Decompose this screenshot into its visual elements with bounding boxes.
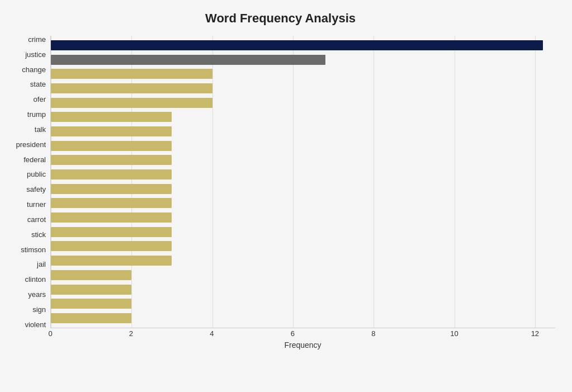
bar-row [51,284,555,295]
bar [51,55,325,65]
x-tick: 4 [210,329,214,338]
y-label: president [6,141,46,148]
bar [51,126,172,136]
x-axis-label: Frequency [50,341,555,350]
x-tick: 6 [291,329,295,338]
y-label: turner [6,201,46,208]
bar-row [51,111,555,122]
bar [51,98,212,108]
x-tick: 8 [371,329,375,338]
bar-row [51,40,555,51]
bar-row [51,126,555,137]
y-label: ofer [6,96,46,103]
bar [51,285,131,295]
bar [51,155,172,165]
bars-container [51,36,555,328]
x-axis: 024681012 Frequency [50,328,555,350]
bar [51,212,172,223]
bar-row [51,240,555,252]
bar-row [51,226,555,238]
bar [51,169,172,180]
y-label: federal [6,156,46,163]
bar [51,198,172,208]
y-label: talk [6,126,46,133]
bar-row [51,154,555,166]
y-label: stick [6,231,46,238]
y-label: years [6,291,46,298]
chart-area: crimejusticechangestateofertrumptalkpres… [6,36,555,350]
y-label: state [6,81,46,88]
x-tick: 10 [450,329,458,338]
x-ticks: 024681012 [50,328,555,338]
bar [51,184,172,194]
bar [51,313,131,323]
bar [51,40,543,50]
chart-container: Word Frequency Analysis crimejusticechan… [0,0,572,392]
y-label: jail [6,261,46,268]
y-label: trump [6,111,46,118]
bars-section [50,36,555,328]
y-label: stimson [6,246,46,253]
chart-title: Word Frequency Analysis [6,11,555,26]
y-label: clinton [6,276,46,283]
bar-row [51,97,555,108]
y-label: change [6,66,46,73]
bar [51,141,172,151]
plot-area: 024681012 Frequency [50,36,555,350]
bar [51,83,212,93]
bar-row [51,197,555,209]
bar [51,299,131,309]
y-label: crime [6,36,46,43]
bar-row [51,169,555,180]
bar-row [51,298,555,309]
bar-row [51,68,555,79]
x-tick: 12 [531,329,539,338]
bar-row [51,313,555,324]
bar-row [51,255,555,266]
y-label: public [6,171,46,178]
bar [51,256,172,266]
bar [51,270,131,280]
bar [51,112,172,122]
bar-row [51,54,555,65]
y-label: safety [6,186,46,193]
x-tick: 2 [129,329,133,338]
y-label: sign [6,306,46,313]
bar [51,69,212,79]
y-label: carrot [6,216,46,223]
bar-row [51,140,555,152]
bar-row [51,183,555,195]
bar-row [51,83,555,94]
bar [51,227,172,237]
y-label: justice [6,51,46,58]
y-axis: crimejusticechangestateofertrumptalkpres… [6,36,50,350]
y-label: violent [6,321,46,328]
bar [51,241,172,251]
x-tick: 0 [48,329,52,338]
bar-row [51,212,555,223]
bar-row [51,270,555,281]
